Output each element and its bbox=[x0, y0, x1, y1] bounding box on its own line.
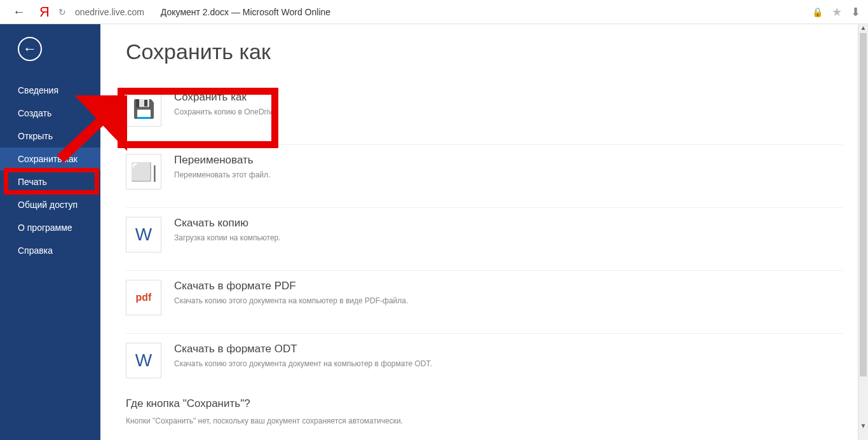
download-icon[interactable]: ⬇ bbox=[851, 5, 860, 19]
option-title: Переименовать bbox=[174, 154, 270, 167]
scroll-up-icon[interactable]: ▲ bbox=[858, 24, 868, 33]
content-scrollbar[interactable]: ▲ ▼ bbox=[858, 24, 868, 440]
yandex-logo[interactable]: Я bbox=[39, 4, 50, 20]
option-download-odt[interactable]: W Скачать в формате ODT Скачать копию эт… bbox=[126, 333, 843, 387]
option-title: Скачать в формате PDF bbox=[174, 280, 408, 292]
sidebar-item-about[interactable]: О программе bbox=[0, 216, 100, 239]
sidebar-item-label: Сведения bbox=[18, 85, 58, 95]
option-title: Скачать в формате ODT bbox=[174, 343, 432, 355]
sidebar-item-save-as[interactable]: Сохранить как bbox=[0, 148, 100, 170]
file-menu-sidebar: ← Сведения Создать Открыть Сохранить как… bbox=[0, 24, 100, 440]
scroll-down-icon[interactable]: ▼ bbox=[858, 422, 868, 431]
bookmark-icon[interactable]: ★ bbox=[832, 5, 842, 19]
save-button-info: Где кнопка "Сохранить"? Кнопки "Сохранит… bbox=[126, 397, 843, 425]
sidebar-item-label: Сохранить как bbox=[18, 154, 78, 164]
pdf-file-icon: pdf bbox=[126, 280, 161, 315]
option-desc: Скачать копию этого документа документ н… bbox=[174, 359, 432, 368]
option-desc: Сохранить копию в OneDrive. bbox=[174, 107, 278, 116]
odt-file-icon: W bbox=[126, 343, 161, 378]
sidebar-item-label: Создать bbox=[18, 108, 51, 118]
option-desc: Загрузка копии на компьютер. bbox=[174, 233, 281, 242]
lock-icon: 🔒 bbox=[812, 7, 823, 17]
save-icon: 💾 bbox=[126, 91, 161, 127]
save-as-panel: Сохранить как 💾 Сохранить как Сохранить … bbox=[100, 24, 868, 440]
sidebar-item-label: Печать bbox=[18, 177, 47, 187]
sidebar-item-help[interactable]: Справка bbox=[0, 239, 100, 262]
sidebar-item-label: Общий доступ bbox=[18, 200, 78, 210]
option-save-as[interactable]: 💾 Сохранить как Сохранить копию в OneDri… bbox=[126, 82, 843, 135]
sidebar-item-new[interactable]: Создать bbox=[0, 102, 100, 125]
option-download-pdf[interactable]: pdf Скачать в формате PDF Скачать копию … bbox=[126, 270, 843, 324]
sidebar-item-label: О программе bbox=[18, 223, 72, 233]
refresh-icon[interactable]: ↻ bbox=[58, 7, 66, 17]
sidebar-item-label: Справка bbox=[18, 245, 53, 256]
back-arrow-icon[interactable]: ← bbox=[8, 2, 31, 22]
rename-icon: ⬜| bbox=[126, 154, 161, 189]
option-title: Скачать копию bbox=[174, 217, 281, 230]
save-q-desc: Кнопки "Сохранить" нет, поскольку ваш до… bbox=[126, 416, 843, 425]
panel-heading: Сохранить как bbox=[126, 39, 843, 64]
option-title: Сохранить как bbox=[174, 91, 278, 104]
option-desc: Переименовать этот файл. bbox=[174, 170, 270, 179]
option-rename[interactable]: ⬜| Переименовать Переименовать этот файл… bbox=[126, 144, 843, 198]
scrollbar-thumb[interactable] bbox=[860, 33, 867, 376]
option-download[interactable]: W Скачать копию Загрузка копии на компью… bbox=[126, 207, 843, 261]
sidebar-item-label: Открыть bbox=[18, 131, 53, 141]
sidebar-item-share[interactable]: Общий доступ bbox=[0, 193, 100, 216]
option-desc: Скачать копию этого документа на компьют… bbox=[174, 296, 408, 305]
word-file-icon: W bbox=[126, 217, 161, 252]
sidebar-item-info[interactable]: Сведения bbox=[0, 79, 100, 102]
sidebar-item-open[interactable]: Открыть bbox=[0, 125, 100, 148]
sidebar-item-print[interactable]: Печать bbox=[0, 170, 100, 193]
back-button[interactable]: ← bbox=[18, 37, 42, 61]
page-title: Документ 2.docx — Microsoft Word Online bbox=[161, 7, 330, 17]
save-q-title: Где кнопка "Сохранить"? bbox=[126, 397, 843, 410]
browser-bar: ← Я ↻ onedrive.live.com Документ 2.docx … bbox=[0, 0, 868, 24]
address-url[interactable]: onedrive.live.com bbox=[75, 7, 144, 17]
